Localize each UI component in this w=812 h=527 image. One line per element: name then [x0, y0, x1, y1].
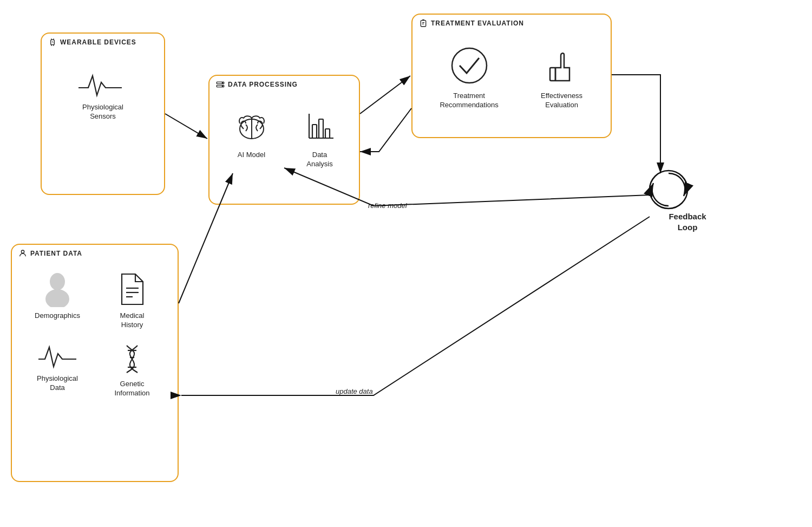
wearable-header: WEARABLE DEVICES: [42, 34, 164, 50]
watch-icon: [48, 38, 57, 47]
clipboard-icon: [419, 19, 428, 28]
svg-rect-17: [325, 129, 330, 138]
effectiveness-item: Effectiveness Evaluation: [540, 44, 584, 110]
data-processing-box: DATA PROCESSING AI Model: [208, 75, 360, 205]
ecg-icon: [78, 71, 127, 99]
document-icon: [117, 272, 147, 307]
svg-point-10: [222, 86, 222, 86]
data-analysis-item: Data Analysis: [304, 108, 336, 169]
ai-model-label: AI Model: [238, 151, 265, 160]
diagram-container: WEARABLE DEVICES Physiological Sensors D…: [0, 0, 812, 527]
arrow-treatment-feedback: [612, 75, 660, 173]
physiological-sensors-item: Physiological Sensors: [78, 71, 127, 121]
treatment-header: TREATMENT EVALUATION: [412, 15, 611, 31]
update-data-label: update data: [336, 387, 373, 395]
svg-rect-18: [421, 21, 425, 27]
ecg2-icon: [38, 343, 76, 370]
svg-point-25: [45, 289, 69, 307]
dataproc-header: DATA PROCESSING: [209, 76, 359, 92]
arrow-dataproc-treatment: [360, 76, 410, 114]
svg-point-21: [452, 48, 487, 83]
svg-point-23: [21, 250, 24, 253]
treatment-content: Treatment Recommendations Effectiveness …: [412, 31, 611, 121]
server-icon: [216, 80, 225, 89]
arrow-feedback-update: [181, 217, 650, 395]
ai-model-item: AI Model: [233, 108, 271, 160]
data-analysis-label: Data Analysis: [306, 151, 332, 169]
checkmark-circle-icon: [448, 44, 491, 87]
demographics-icon: [41, 272, 74, 307]
medical-history-label: Medical History: [120, 311, 145, 330]
dataproc-header-label: DATA PROCESSING: [228, 81, 298, 88]
genetic-info-item: Genetic Information: [97, 343, 167, 398]
physiological-data-item: Physiological Data: [23, 343, 92, 398]
svg-rect-22: [550, 68, 555, 81]
barchart-icon: [304, 108, 336, 146]
wearable-content: Physiological Sensors: [42, 50, 164, 132]
patient-content: Demographics Medical History: [12, 261, 178, 411]
svg-point-34: [650, 171, 687, 209]
treatment-rec-item: Treatment Recommendations: [440, 44, 498, 110]
wearable-devices-box: WEARABLE DEVICES Physiological Sensors: [41, 32, 165, 195]
demographics-item: Demographics: [23, 272, 92, 330]
svg-line-6: [53, 42, 53, 43]
svg-rect-16: [319, 119, 323, 138]
physiological-sensors-label: Physiological Sensors: [82, 103, 123, 121]
effectiveness-label: Effectiveness Evaluation: [541, 92, 582, 110]
wearable-header-label: WEARABLE DEVICES: [60, 38, 136, 46]
treatment-header-label: TREATMENT EVALUATION: [431, 19, 524, 27]
svg-rect-0: [51, 40, 55, 44]
thumbsup-icon: [540, 44, 584, 87]
medical-history-item: Medical History: [97, 272, 167, 330]
treatment-evaluation-box: TREATMENT EVALUATION Treatment Recommend…: [411, 14, 612, 138]
refine-model-label: refine model: [368, 201, 407, 210]
dataproc-content: AI Model Data Analysis: [209, 92, 359, 180]
svg-point-24: [50, 273, 65, 290]
treatment-rec-label: Treatment Recommendations: [440, 92, 498, 110]
dna-icon: [116, 343, 148, 375]
patient-data-box: PATIENT DATA Demographics: [11, 244, 179, 482]
patient-header-label: PATIENT DATA: [30, 250, 82, 257]
patient-header: PATIENT DATA: [12, 245, 178, 261]
feedback-circle-icon: [650, 171, 687, 209]
demographics-label: Demographics: [35, 311, 80, 321]
arrow-treatment-dataanalysis: [360, 108, 411, 152]
brain-icon: [233, 108, 271, 146]
genetic-info-label: Genetic Information: [114, 380, 149, 398]
person-icon: [18, 249, 27, 258]
feedback-loop-label: Feedback Loop: [658, 211, 717, 232]
svg-rect-15: [312, 125, 317, 138]
physiological-data-label: Physiological Data: [37, 374, 78, 393]
arrow-wearable-dataproc: [165, 114, 207, 139]
svg-point-9: [222, 82, 222, 83]
